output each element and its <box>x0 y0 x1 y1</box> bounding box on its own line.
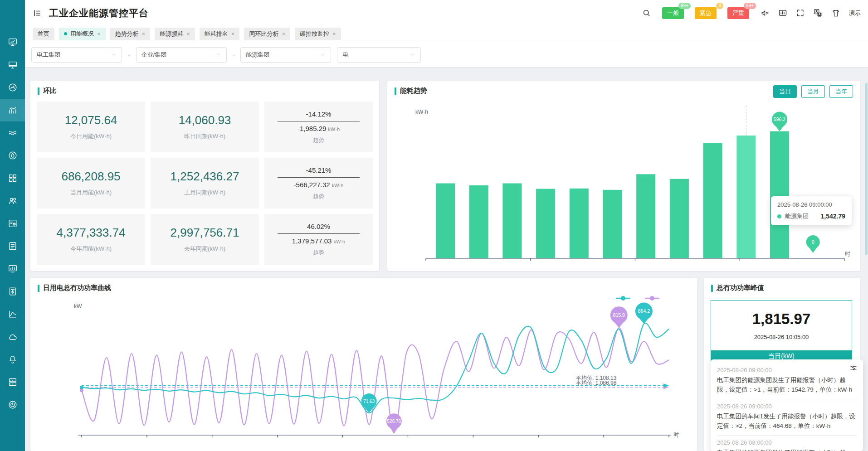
panel-title: 环比 <box>30 81 379 95</box>
bar[interactable] <box>636 174 655 258</box>
alarm-date: 2025-08-26 09:00:00 <box>717 403 857 410</box>
sidebar-item-users[interactable] <box>0 189 25 212</box>
tab-item[interactable]: 用能概况× <box>59 28 106 40</box>
bar[interactable] <box>603 190 622 258</box>
sidebar-item-monitor-bars[interactable] <box>0 257 25 280</box>
alarm-item[interactable]: 2025-08-26 08:00:00电工集团的能源集团发生了用能报警（小时）越… <box>717 436 857 451</box>
sidebar-item-grid[interactable] <box>0 167 25 189</box>
app-title: 工业企业能源管控平台 <box>49 7 149 19</box>
stat-value: 4,377,333.74 <box>57 226 126 240</box>
sidebar-item-document[interactable] <box>0 235 25 257</box>
sidebar-item-bar-trend[interactable] <box>0 99 25 121</box>
alarm-filter-icon[interactable] <box>849 364 858 374</box>
curve-icon <box>8 309 18 319</box>
alarm-badge[interactable]: 一般99+ <box>662 7 684 19</box>
tab-label: 趋势分析 <box>115 30 139 38</box>
sidebar-item-bell[interactable] <box>0 348 25 371</box>
filter-bar: 电工集团-企业/集团-能源集团电 <box>25 42 868 67</box>
alarm-item[interactable]: 2025-08-26 09:00:00电工集团的能源集团发生了用能报警（小时）越… <box>717 363 857 399</box>
sidebar-item-curve[interactable] <box>0 303 25 325</box>
bar[interactable] <box>536 189 555 259</box>
bar[interactable] <box>469 185 488 258</box>
tab-close-icon[interactable]: × <box>231 31 235 37</box>
filter-select-0[interactable]: 电工集团 <box>31 47 122 63</box>
tab-close-icon[interactable]: × <box>282 31 285 37</box>
sidebar-item-cabinet-dollar[interactable] <box>0 280 25 303</box>
chevron-down-icon <box>410 52 415 58</box>
sidebar-item-waves[interactable] <box>0 121 25 144</box>
sidebar-item-monitor-chart[interactable] <box>0 31 25 53</box>
tooltip-value: 1,542.79 <box>821 213 846 220</box>
sidebar-item-power-drop[interactable] <box>0 393 25 416</box>
translate-icon[interactable]: A <box>813 8 823 18</box>
collapse-menu-icon[interactable] <box>33 9 42 18</box>
sidebar-item-gauge[interactable] <box>0 76 25 99</box>
trend-value: 1,379,577.03kW·h <box>292 237 345 245</box>
sidebar-item-monitor[interactable] <box>0 53 25 76</box>
tab-item[interactable]: 能源损耗× <box>155 28 195 40</box>
bar[interactable] <box>436 184 455 259</box>
divider <box>278 121 360 121</box>
stat-card: 686,208.95当月用能(kW·h) <box>37 158 145 209</box>
trend-unit: kW·h <box>332 183 344 188</box>
panel-title-text: 总有功功率峰值 <box>717 284 764 292</box>
alarm-badge[interactable]: 严重99+ <box>727 7 749 19</box>
bar[interactable] <box>770 131 789 258</box>
sidebar-item-cloud[interactable] <box>0 325 25 348</box>
trend-label: 趋势 <box>313 249 324 257</box>
bar[interactable] <box>670 179 689 258</box>
report-icon <box>8 218 18 228</box>
tab-item[interactable]: 首页 <box>33 28 54 40</box>
sidebar-item-report[interactable] <box>0 212 25 235</box>
theme-tshirt-icon[interactable] <box>831 9 840 18</box>
filter-select-3[interactable]: 电 <box>337 47 421 63</box>
stat-label: 去年同期(kW·h) <box>184 245 225 253</box>
waves-icon <box>8 128 18 138</box>
bar[interactable] <box>736 136 756 258</box>
sidebar-item-flame-circle[interactable] <box>0 144 25 167</box>
chevron-down-icon <box>215 52 221 58</box>
bar[interactable] <box>703 143 722 258</box>
tab-close-icon[interactable]: × <box>186 31 190 37</box>
tab-close-icon[interactable]: × <box>97 31 101 37</box>
filter-select-value: 企业/集团 <box>141 51 167 59</box>
bar[interactable] <box>502 184 522 259</box>
alarm-item[interactable]: 2025-08-26 09:00:00电工集团的车间1发生了用能报警（小时）越限… <box>717 399 857 436</box>
period-button[interactable]: 当月 <box>801 85 825 98</box>
stat-label: 今日用能(kW·h) <box>70 132 112 141</box>
tab-item[interactable]: 同环比分析× <box>244 28 290 40</box>
bar[interactable] <box>570 189 589 258</box>
series-dot-icon <box>777 214 781 218</box>
tab-item[interactable]: 碳排放监控× <box>295 28 341 40</box>
fullscreen-icon[interactable] <box>796 9 805 17</box>
search-icon[interactable] <box>642 9 651 17</box>
scrollbar-thumb[interactable] <box>865 83 868 255</box>
alarm-date: 2025-08-26 09:00:00 <box>717 367 857 373</box>
tab-active-dot <box>64 32 67 35</box>
monitor-stats-icon[interactable] <box>778 9 787 18</box>
trend-percent: 46.02% <box>307 223 330 230</box>
sidebar-item-server[interactable] <box>0 371 25 393</box>
alarm-message: 电工集团的能源集团发生了用能报警（小时）越限，设定值：>1，当前值：1542.7… <box>717 376 857 395</box>
user-menu[interactable]: 演示 <box>849 9 861 17</box>
power-curve-chart[interactable]: 815.9526.76864.271.63 <box>30 278 697 451</box>
tab-close-icon[interactable]: × <box>142 31 146 37</box>
marker-pin: 815.9 <box>610 306 628 328</box>
filter-select-2[interactable]: 能源集团 <box>240 47 331 63</box>
title-marker <box>38 87 39 95</box>
alarm-badge[interactable]: 紧急4 <box>695 7 717 19</box>
period-button[interactable]: 当日 <box>773 85 797 98</box>
trend-label: 趋势 <box>313 193 324 200</box>
average-label-purple: 平均值: 1,086.98 <box>576 379 616 387</box>
tab-item[interactable]: 趋势分析× <box>110 28 151 40</box>
stat-card: 2,997,756.71去年同期(kW·h) <box>151 214 259 265</box>
tab-close-icon[interactable]: × <box>332 31 336 37</box>
alarm-date: 2025-08-26 08:00:00 <box>717 439 857 446</box>
energy-trend-chart[interactable]: 596.20 <box>387 81 860 271</box>
stat-label: 上月同期(kW·h) <box>184 189 225 197</box>
period-button[interactable]: 当年 <box>829 85 853 98</box>
mute-icon[interactable] <box>761 9 770 18</box>
tab-label: 首页 <box>38 30 49 38</box>
tab-item[interactable]: 能耗排名× <box>200 28 240 40</box>
filter-select-1[interactable]: 企业/集团 <box>136 47 227 63</box>
